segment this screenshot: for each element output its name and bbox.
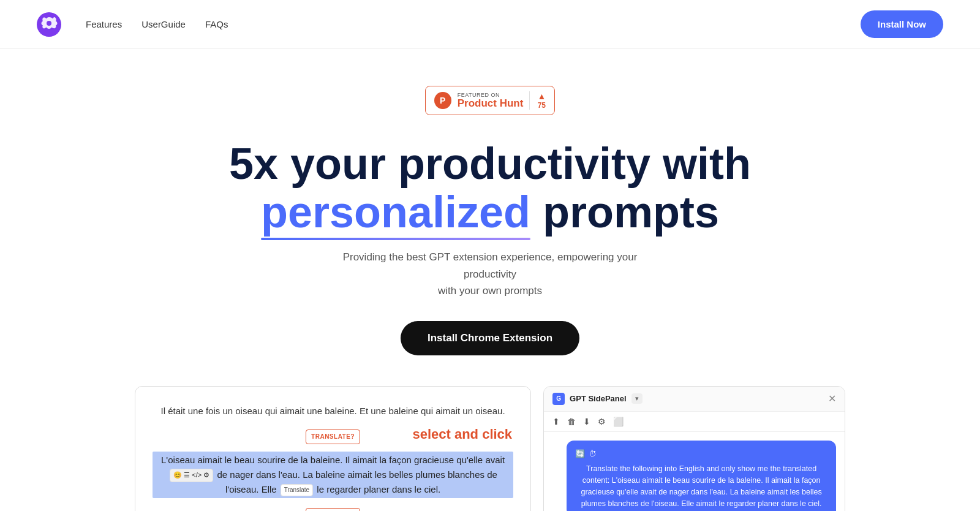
heading-highlight: personalized — [261, 188, 530, 237]
nav-install-button[interactable]: Install Now — [861, 10, 943, 38]
nav-left: Features UserGuide FAQs — [37, 12, 228, 37]
translate-badge-bottom[interactable]: TRANSLATE? — [306, 508, 360, 511]
panel-logo: G — [552, 393, 565, 405]
toolbar-icon-download[interactable]: ⬇ — [583, 417, 590, 426]
toolbar-icon-trash[interactable]: 🗑 — [567, 417, 576, 426]
inline-toolbar: 😊 ☰ </> ⚙ — [170, 469, 213, 482]
bubble-icons: 🔄 ⏱ — [575, 448, 827, 460]
panel-header: G GPT SidePanel ▾ ✕ — [544, 387, 845, 412]
ph-product-name: Product Hunt — [458, 98, 524, 110]
nav-userguide[interactable]: UserGuide — [141, 19, 186, 29]
translate-mini[interactable]: Translate — [281, 484, 313, 496]
demo-right-panel: G GPT SidePanel ▾ ✕ ⬆ 🗑 ⬇ ⚙ ⬜ 🔄 ⏱ — [543, 386, 845, 511]
nav-links: Features UserGuide FAQs — [86, 19, 228, 30]
nav-faqs[interactable]: FAQs — [205, 19, 228, 29]
product-hunt-badge[interactable]: P FEATURED ON Product Hunt ▲ 75 — [425, 86, 556, 115]
navbar: Features UserGuide FAQs Install Now — [0, 0, 980, 49]
demo-text-top: Il était une fois un oiseau qui aimait u… — [153, 404, 513, 418]
panel-body: 🔄 ⏱ Translate the following into English… — [544, 432, 845, 511]
ph-vote-count: 75 — [538, 101, 546, 110]
hero-heading: 5x your productivity with personalized p… — [229, 140, 751, 237]
demo-left-panel: Il était une fois un oiseau qui aimait u… — [135, 386, 531, 511]
bubble-text: Translate the following into English and… — [581, 464, 822, 507]
chat-bubble: 🔄 ⏱ Translate the following into English… — [567, 441, 836, 511]
ph-logo: P — [434, 92, 451, 109]
app-logo — [37, 12, 61, 37]
panel-dropdown[interactable]: ▾ — [631, 393, 643, 404]
toolbar-icon-upload[interactable]: ⬆ — [552, 417, 560, 426]
ph-vote-arrow: ▲ — [537, 91, 546, 101]
svg-point-1 — [47, 21, 51, 26]
bubble-icon-time: ⏱ — [589, 448, 597, 460]
hero-section: P FEATURED ON Product Hunt ▲ 75 5x your … — [0, 49, 980, 511]
panel-title-row: G GPT SidePanel ▾ — [552, 393, 642, 405]
cta-install-button[interactable]: Install Chrome Extension — [401, 321, 579, 355]
nav-features[interactable]: Features — [86, 19, 122, 29]
translate-badge-top[interactable]: TRANSLATE? — [306, 430, 360, 444]
ph-text-block: FEATURED ON Product Hunt — [458, 92, 524, 110]
panel-toolbar: ⬆ 🗑 ⬇ ⚙ ⬜ — [544, 412, 845, 432]
panel-title: GPT SidePanel — [570, 394, 626, 403]
selected-text-block: L'oiseau aimait le beau sourire de la ba… — [153, 452, 513, 498]
toolbar-icon-settings[interactable]: ⚙ — [598, 417, 606, 426]
heading-part1: 5x your productivity with — [229, 139, 751, 188]
bubble-icon-refresh: 🔄 — [575, 448, 585, 460]
heading-prompts: prompts — [543, 187, 719, 237]
ph-votes: ▲ 75 — [529, 91, 546, 110]
demo-section: Il était une fois un oiseau qui aimait u… — [123, 386, 858, 511]
panel-close-button[interactable]: ✕ — [828, 393, 836, 404]
hero-subtitle: Providing the best GPT extension experie… — [331, 249, 649, 299]
select-click-label: select and click — [412, 423, 512, 445]
toolbar-icon-layout[interactable]: ⬜ — [613, 417, 624, 426]
